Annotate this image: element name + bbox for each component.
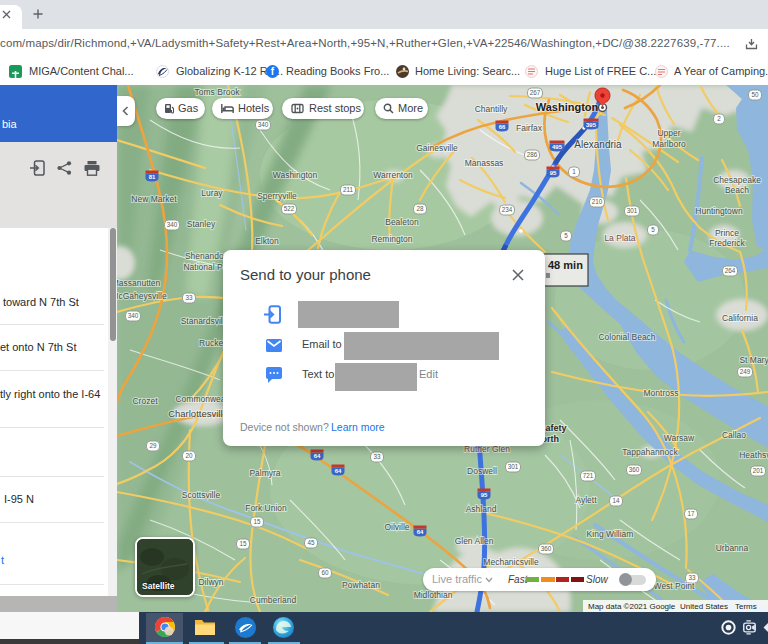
svg-text:340: 340	[167, 221, 178, 228]
svg-text:495: 495	[552, 144, 563, 150]
svg-text:Colonial Beach: Colonial Beach	[598, 332, 655, 342]
svg-text:La Plata: La Plata	[604, 233, 635, 243]
svg-text:Washington: Washington	[536, 101, 599, 113]
svg-text:360: 360	[541, 545, 552, 552]
svg-text:Beach: Beach	[725, 185, 749, 195]
svg-text:Montross: Montross	[644, 388, 679, 398]
svg-text:Sperryville: Sperryville	[257, 191, 297, 201]
svg-text:Aylett: Aylett	[575, 495, 597, 505]
svg-text:249: 249	[740, 368, 751, 375]
svg-text:211: 211	[343, 186, 354, 193]
svg-text:Chesapeake: Chesapeake	[713, 175, 761, 185]
svg-text:Toms Brook: Toms Brook	[195, 87, 241, 97]
svg-text:Palmyra: Palmyra	[249, 468, 280, 478]
svg-text:Warsaw: Warsaw	[664, 433, 695, 443]
svg-text:522: 522	[284, 205, 295, 212]
svg-text:Stanley: Stanley	[187, 219, 216, 229]
svg-text:15: 15	[253, 518, 261, 525]
svg-text:Heathsville: Heathsville	[739, 450, 768, 460]
svg-text:66: 66	[499, 124, 506, 130]
svg-text:Gainesville: Gainesville	[416, 143, 458, 153]
svg-text:Urbanna: Urbanna	[716, 543, 749, 553]
svg-text:Crozet: Crozet	[132, 396, 158, 406]
svg-text:Washington: Washington	[273, 170, 318, 180]
svg-text:Callao: Callao	[722, 430, 746, 440]
svg-text:64: 64	[335, 468, 342, 474]
svg-text:5: 5	[651, 226, 655, 233]
svg-text:Warrenton: Warrenton	[373, 170, 413, 180]
svg-text:Fairfax: Fairfax	[516, 123, 543, 133]
svg-text:33: 33	[185, 294, 193, 301]
svg-text:1: 1	[572, 168, 576, 175]
svg-text:McGaheysville: McGaheysville	[111, 291, 167, 301]
svg-text:95: 95	[550, 170, 557, 176]
svg-text:Doswell: Doswell	[467, 466, 497, 476]
svg-text:721: 721	[583, 472, 594, 479]
svg-text:50: 50	[751, 91, 759, 98]
svg-text:Luray: Luray	[201, 188, 223, 198]
svg-text:60: 60	[321, 569, 329, 576]
svg-text:Huntingtown: Huntingtown	[695, 206, 743, 216]
svg-text:Fork Union: Fork Union	[245, 503, 287, 513]
svg-text:Marlboro: Marlboro	[652, 139, 686, 149]
svg-text:Remington: Remington	[371, 234, 412, 244]
svg-text:Midlothian: Midlothian	[414, 590, 453, 600]
svg-text:Frederick: Frederick	[709, 238, 745, 248]
svg-text:15: 15	[239, 540, 247, 547]
svg-text:West Point: West Point	[654, 581, 696, 591]
svg-text:Chantilly: Chantilly	[475, 104, 508, 114]
svg-text:33: 33	[373, 453, 381, 460]
svg-text:201: 201	[753, 467, 764, 474]
svg-text:St Mary's: St Mary's	[739, 355, 768, 365]
svg-text:Prince: Prince	[715, 228, 739, 238]
svg-text:Ashland: Ashland	[466, 504, 497, 514]
svg-text:Charlottesville: Charlottesville	[168, 408, 228, 419]
svg-text:234: 234	[502, 206, 513, 213]
svg-text:45: 45	[307, 539, 315, 546]
svg-text:29: 29	[149, 442, 157, 449]
svg-text:64: 64	[314, 453, 321, 459]
svg-text:340: 340	[128, 312, 139, 319]
svg-text:Oilville: Oilville	[384, 522, 409, 532]
svg-text:Manassas: Manassas	[465, 158, 504, 168]
svg-text:2: 2	[717, 115, 721, 122]
svg-text:Massanutten: Massanutten	[112, 278, 161, 288]
svg-text:Alexandria: Alexandria	[574, 139, 622, 150]
svg-text:360: 360	[629, 466, 640, 473]
svg-text:Dilwyn: Dilwyn	[198, 577, 223, 587]
svg-text:210: 210	[592, 198, 603, 205]
svg-text:301: 301	[508, 463, 519, 470]
svg-text:New Market: New Market	[131, 194, 177, 204]
svg-text:28: 28	[416, 205, 424, 212]
svg-text:395: 395	[586, 122, 597, 128]
svg-text:Tappahannock: Tappahannock	[622, 447, 678, 457]
svg-text:Glen Allen: Glen Allen	[455, 536, 494, 546]
svg-text:267: 267	[530, 89, 541, 96]
svg-text:Mechanicsville: Mechanicsville	[483, 557, 539, 567]
svg-text:California: California	[722, 313, 758, 323]
svg-text:Powhatan: Powhatan	[342, 580, 380, 590]
svg-text:286: 286	[527, 151, 538, 158]
svg-text:95: 95	[481, 492, 488, 498]
svg-text:64: 64	[417, 529, 424, 535]
svg-text:14: 14	[612, 497, 620, 504]
svg-text:Scottsville: Scottsville	[182, 490, 221, 500]
svg-text:King William: King William	[587, 529, 634, 539]
svg-text:Elkton: Elkton	[255, 236, 279, 246]
svg-text:Cumberland: Cumberland	[250, 595, 297, 605]
svg-text:48 min: 48 min	[548, 259, 583, 271]
svg-text:301: 301	[627, 207, 638, 214]
svg-text:81: 81	[149, 174, 156, 180]
svg-text:264: 264	[725, 267, 736, 274]
svg-text:340: 340	[258, 121, 269, 128]
svg-text:5: 5	[564, 232, 568, 239]
svg-text:Upper: Upper	[657, 128, 680, 138]
svg-text:17: 17	[687, 510, 695, 517]
svg-text:Bealeton: Bealeton	[385, 217, 419, 227]
svg-text:20: 20	[185, 452, 193, 459]
